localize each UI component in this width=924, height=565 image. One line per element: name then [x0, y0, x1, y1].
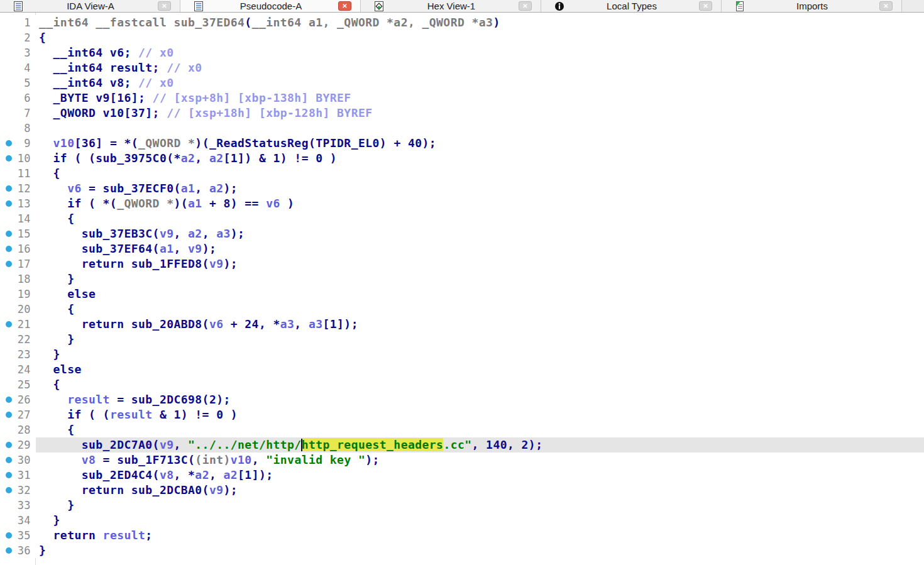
address-dot-icon[interactable] [6, 200, 12, 207]
code-line-25[interactable]: 25 { [0, 377, 924, 392]
tab-imports[interactable]: Imports ✕ [722, 0, 902, 12]
close-icon[interactable]: ✕ [338, 1, 351, 11]
code-line-33[interactable]: 33 } [0, 498, 924, 513]
address-dot-icon[interactable] [6, 140, 12, 146]
address-dot-icon[interactable] [6, 457, 12, 463]
tab-local-types[interactable]: Local Types ✕ [541, 0, 722, 12]
code-line-2[interactable]: 2{ [0, 30, 924, 45]
gutter[interactable]: 35 [0, 528, 36, 543]
gutter[interactable]: 28 [0, 422, 36, 437]
address-dot-icon[interactable] [6, 185, 12, 192]
code-line-22[interactable]: 22 } [0, 332, 924, 347]
code-line-30[interactable]: 30 v8 = sub_1F713C((int)v10, "invalid ke… [0, 453, 924, 468]
code-line-20[interactable]: 20 { [0, 302, 924, 317]
address-dot-icon[interactable] [6, 442, 12, 448]
code-line-15[interactable]: 15 sub_37EB3C(v9, a2, a3); [0, 226, 924, 241]
code-line-10[interactable]: 10 if ( (sub_3975C0(*a2, a2[1]) & 1) != … [0, 151, 924, 166]
gutter[interactable]: 6 [0, 91, 36, 106]
code-line-6[interactable]: 6 _BYTE v9[16]; // [xsp+8h] [xbp-138h] B… [0, 91, 924, 106]
gutter[interactable]: 15 [0, 226, 36, 241]
code-line-14[interactable]: 14 { [0, 211, 924, 226]
tab-ida-view-a[interactable]: IDA View-A ✕ [0, 0, 180, 12]
code-line-3[interactable]: 3 __int64 v6; // x0 [0, 45, 924, 60]
code-line-19[interactable]: 19 else [0, 287, 924, 302]
code-line-23[interactable]: 23 } [0, 347, 924, 362]
code-line-34[interactable]: 34 } [0, 513, 924, 528]
gutter[interactable]: 8 [0, 121, 36, 136]
code-line-1[interactable]: 1__int64 __fastcall sub_37ED64(__int64 a… [0, 15, 924, 30]
gutter[interactable]: 24 [0, 362, 36, 377]
gutter[interactable]: 11 [0, 166, 36, 181]
tab-pseudocode-a[interactable]: Pseudocode-A ✕ [180, 0, 361, 12]
code-line-26[interactable]: 26 result = sub_2DC698(2); [0, 392, 924, 407]
line-number: 8 [24, 121, 31, 136]
address-dot-icon[interactable] [6, 487, 12, 493]
code-line-29[interactable]: 29 sub_2DC7A0(v9, "../../net/http/http_r… [0, 437, 924, 453]
close-icon[interactable]: ✕ [158, 1, 171, 11]
code-line-24[interactable]: 24 else [0, 362, 924, 377]
gutter[interactable]: 23 [0, 347, 36, 362]
gutter[interactable]: 36 [0, 543, 36, 558]
line-number: 15 [18, 226, 31, 241]
code-line-13[interactable]: 13 if ( *(_QWORD *)(a1 + 8) == v6 ) [0, 196, 924, 211]
gutter[interactable]: 31 [0, 468, 36, 483]
gutter[interactable]: 25 [0, 377, 36, 392]
close-icon[interactable]: ✕ [519, 1, 532, 11]
gutter[interactable]: 32 [0, 483, 36, 498]
close-icon[interactable]: ✕ [699, 1, 712, 11]
address-dot-icon[interactable] [6, 321, 12, 327]
gutter[interactable]: 34 [0, 513, 36, 528]
code-line-5[interactable]: 5 __int64 v8; // x0 [0, 75, 924, 91]
gutter[interactable]: 21 [0, 317, 36, 332]
gutter[interactable]: 18 [0, 272, 36, 287]
code-line-9[interactable]: 9 v10[36] = *(_QWORD *)(_ReadStatusReg(T… [0, 136, 924, 151]
gutter[interactable]: 22 [0, 332, 36, 347]
tab-hex-view-1[interactable]: Hex View-1 ✕ [361, 0, 541, 12]
code-line-4[interactable]: 4 __int64 result; // x0 [0, 60, 924, 75]
code-line-31[interactable]: 31 sub_2ED4C4(v8, *a2, a2[1]); [0, 468, 924, 483]
gutter[interactable]: 29 [0, 437, 36, 453]
gutter[interactable]: 16 [0, 241, 36, 256]
code-line-7[interactable]: 7 _QWORD v10[37]; // [xsp+18h] [xbp-128h… [0, 106, 924, 121]
gutter[interactable]: 33 [0, 498, 36, 513]
gutter[interactable]: 14 [0, 211, 36, 226]
address-dot-icon[interactable] [6, 261, 12, 267]
code-line-21[interactable]: 21 return sub_20ABD8(v6 + 24, *a3, a3[1]… [0, 317, 924, 332]
gutter[interactable]: 5 [0, 75, 36, 91]
gutter[interactable]: 17 [0, 256, 36, 272]
gutter[interactable]: 7 [0, 106, 36, 121]
gutter[interactable]: 9 [0, 136, 36, 151]
code-line-35[interactable]: 35 return result; [0, 528, 924, 543]
code-line-12[interactable]: 12 v6 = sub_37ECF0(a1, a2); [0, 181, 924, 196]
address-dot-icon[interactable] [6, 397, 12, 403]
code-line-27[interactable]: 27 if ( (result & 1) != 0 ) [0, 407, 924, 422]
gutter[interactable]: 12 [0, 181, 36, 196]
gutter[interactable]: 2 [0, 30, 36, 45]
gutter[interactable]: 4 [0, 60, 36, 75]
address-dot-icon[interactable] [6, 155, 12, 162]
gutter[interactable]: 19 [0, 287, 36, 302]
gutter[interactable]: 13 [0, 196, 36, 211]
gutter[interactable]: 20 [0, 302, 36, 317]
address-dot-icon[interactable] [6, 231, 12, 237]
gutter[interactable]: 1 [0, 15, 36, 30]
address-dot-icon[interactable] [6, 547, 12, 554]
gutter[interactable]: 27 [0, 407, 36, 422]
code-line-8[interactable]: 8 [0, 121, 924, 136]
code-line-17[interactable]: 17 return sub_1FFED8(v9); [0, 256, 924, 272]
close-icon[interactable]: ✕ [879, 1, 893, 11]
gutter[interactable]: 26 [0, 392, 36, 407]
address-dot-icon[interactable] [6, 246, 12, 252]
gutter[interactable]: 30 [0, 453, 36, 468]
gutter[interactable]: 10 [0, 151, 36, 166]
code-line-11[interactable]: 11 { [0, 166, 924, 181]
code-line-32[interactable]: 32 return sub_2DCBA0(v9); [0, 483, 924, 498]
gutter[interactable]: 3 [0, 45, 36, 60]
code-line-36[interactable]: 36} [0, 543, 924, 558]
code-line-28[interactable]: 28 { [0, 422, 924, 437]
code-line-18[interactable]: 18 } [0, 272, 924, 287]
code-line-16[interactable]: 16 sub_37EF64(a1, v9); [0, 241, 924, 256]
address-dot-icon[interactable] [6, 472, 12, 478]
address-dot-icon[interactable] [6, 532, 12, 539]
address-dot-icon[interactable] [6, 412, 12, 418]
